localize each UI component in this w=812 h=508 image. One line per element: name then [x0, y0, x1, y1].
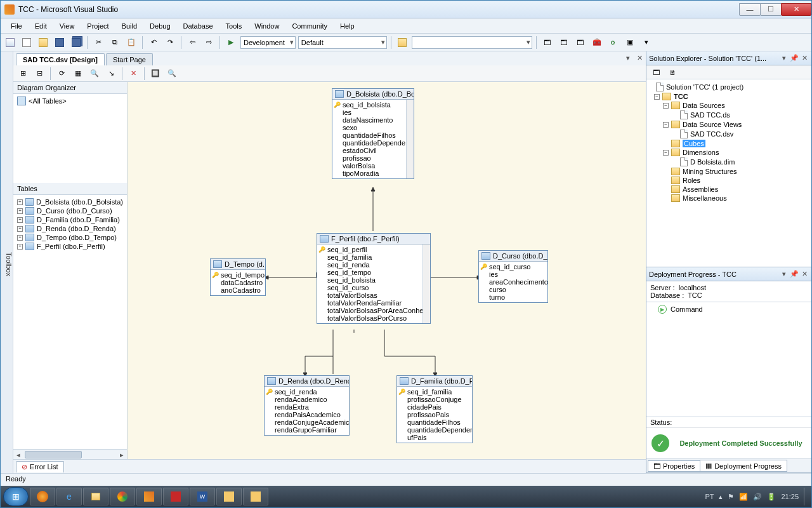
properties-icon[interactable]: 🗔 [557, 36, 571, 50]
column[interactable]: cidadePais [397, 403, 472, 411]
entity-d-tempo[interactable]: D_Tempo (d... seq_id_tempo dataCadastro … [210, 258, 266, 296]
column[interactable]: seq_id_renda [317, 261, 430, 269]
cut-icon[interactable]: ✂ [91, 36, 105, 50]
clock[interactable]: 21:25 [781, 493, 799, 500]
project-node[interactable]: −TCC [648, 92, 810, 101]
pin-icon[interactable]: 📌 [790, 54, 799, 63]
task-app1[interactable] [216, 488, 242, 505]
column[interactable]: ies [479, 271, 547, 278]
column[interactable]: quantidadeFilhos [397, 418, 472, 426]
menu-window[interactable]: Window [249, 21, 284, 31]
entity-d-familia[interactable]: D_Familia (dbo.D_Fa... seq_id_familia pr… [396, 375, 473, 443]
minimize-button[interactable]: — [739, 3, 761, 16]
column[interactable]: quantidadeDepende... [332, 139, 414, 147]
volume-icon[interactable]: 🔊 [753, 493, 762, 501]
dropdown-icon[interactable]: ▾ [780, 54, 789, 63]
entity-scrollbar[interactable] [422, 244, 430, 323]
column[interactable]: ies [332, 109, 414, 116]
menu-help[interactable]: Help [335, 21, 360, 31]
toolbox-icon[interactable]: 🧰 [590, 36, 604, 50]
column[interactable]: totalValorRendaFamiliar [317, 299, 430, 307]
refresh-icon[interactable]: ⟳ [55, 67, 69, 81]
column[interactable]: seq_id_curso [479, 263, 547, 271]
menu-edit[interactable]: Edit [30, 21, 52, 31]
toolbox-tab[interactable]: Toolbox [1, 51, 13, 473]
solution-root[interactable]: Solution 'TCC' (1 project) [648, 82, 810, 92]
dropdown-icon[interactable]: ▾ [780, 270, 789, 279]
column[interactable]: rendaGrupoFamiliar [265, 426, 349, 434]
column[interactable]: tipoMoradia [332, 170, 414, 177]
column[interactable]: profissao [332, 154, 414, 162]
show-all-icon[interactable]: 🗎 [665, 65, 679, 79]
column[interactable]: seq_id_renda [265, 388, 349, 396]
column[interactable]: estadoCivil [332, 147, 414, 154]
redo-icon[interactable]: ↷ [163, 36, 177, 50]
save-all-icon[interactable] [69, 36, 83, 50]
task-ie[interactable]: e [56, 488, 82, 505]
column[interactable]: rendaConjugeAcademico [265, 418, 349, 426]
new-project-icon[interactable] [3, 36, 17, 50]
start-page-icon[interactable]: ⭘ [606, 36, 620, 50]
column[interactable]: profissaoConjuge [397, 396, 472, 403]
menu-project[interactable]: Project [82, 21, 114, 31]
platform-combo[interactable]: Default [298, 36, 387, 49]
entity-f-perfil[interactable]: F_Perfil (dbo.F_Perfil) seq_id_perfil se… [317, 233, 431, 324]
item-dsv[interactable]: SAD TCC.dsv [648, 129, 810, 139]
entity-d-bolsista[interactable]: D_Bolsista (dbo.D_Bols... seq_id_bolsist… [332, 88, 414, 179]
task-pdf[interactable] [163, 488, 188, 505]
new-item-icon[interactable] [20, 36, 34, 50]
column[interactable]: curso [479, 286, 547, 293]
entity-d-renda[interactable]: D_Renda (dbo.D_Renda) seq_id_renda renda… [264, 375, 350, 436]
task-firefox[interactable] [30, 488, 55, 505]
column[interactable]: totalValorBolsas [317, 291, 430, 299]
properties-icon[interactable]: 🗔 [649, 65, 663, 79]
nav-fwd-icon[interactable]: ⇨ [202, 36, 216, 50]
folder-roles[interactable]: Roles [648, 176, 810, 185]
tray-up-icon[interactable]: ▴ [719, 493, 723, 501]
column[interactable]: anoCadastro [211, 286, 265, 294]
column[interactable]: valorBolsa [332, 162, 414, 170]
folder-cubes[interactable]: Cubes [648, 139, 810, 148]
command-window-icon[interactable]: ▣ [623, 36, 637, 50]
deploy-command-item[interactable]: ▶ Command [649, 305, 809, 314]
folder-assemblies[interactable]: Assemblies [648, 185, 810, 194]
add-table-icon[interactable]: ⊞ [16, 67, 30, 81]
tab-active[interactable]: SAD TCC.dsv [Design] [16, 53, 105, 65]
tab-dropdown-icon[interactable]: ▾ [623, 53, 633, 63]
tab-close-icon[interactable]: ✕ [634, 53, 645, 63]
left-pane-hscroll[interactable]: ◂ ▸ [13, 449, 127, 459]
column[interactable]: sexo [332, 124, 414, 131]
nav-back-icon[interactable]: ⇦ [185, 36, 199, 50]
menu-community[interactable]: Community [287, 21, 332, 31]
task-explorer[interactable] [83, 488, 108, 505]
column[interactable]: seq_id_familia [397, 388, 472, 396]
column[interactable]: seq_id_perfil [317, 246, 430, 253]
start-button[interactable]: ⊞ [3, 487, 29, 506]
column[interactable]: seq_id_tempo [211, 271, 265, 279]
column[interactable]: turno [479, 293, 547, 301]
column[interactable]: quantidadeFilhos [332, 131, 414, 139]
column[interactable]: dataNascimento [332, 116, 414, 124]
folder-misc[interactable]: Miscellaneous [648, 194, 810, 203]
column[interactable]: totalValorBolsasPorCurso [317, 314, 430, 322]
lang-indicator[interactable]: PT [705, 493, 714, 500]
table-item[interactable]: +F_Perfil (dbo.F_Perfil) [16, 242, 124, 251]
column[interactable]: areaConhecimento [479, 278, 547, 286]
menu-database[interactable]: Database [178, 21, 218, 31]
menu-debug[interactable]: Debug [145, 21, 175, 31]
column[interactable]: profissaoPais [397, 411, 472, 418]
menu-file[interactable]: File [6, 21, 27, 31]
open-icon[interactable] [36, 36, 50, 50]
battery-icon[interactable]: 🔋 [767, 493, 776, 501]
close-panel-icon[interactable]: ✕ [800, 54, 809, 63]
task-word[interactable]: W [190, 488, 215, 505]
tab-deployment-progress[interactable]: ▦Deployment Progress [700, 460, 787, 472]
solution-explorer-icon[interactable]: 🗔 [540, 36, 554, 50]
column[interactable]: rendaAcademico [265, 396, 349, 403]
copy-icon[interactable]: ⧉ [108, 36, 122, 50]
column[interactable]: seq_id_bolsista [332, 101, 414, 109]
dsv-diagram-canvas[interactable]: D_Bolsista (dbo.D_Bols... seq_id_bolsist… [128, 82, 646, 459]
all-tables-item[interactable]: <All Tables> [16, 95, 124, 107]
column[interactable]: seq_id_tempo [317, 269, 430, 276]
table-item[interactable]: +D_Curso (dbo.D_Curso) [16, 206, 124, 215]
